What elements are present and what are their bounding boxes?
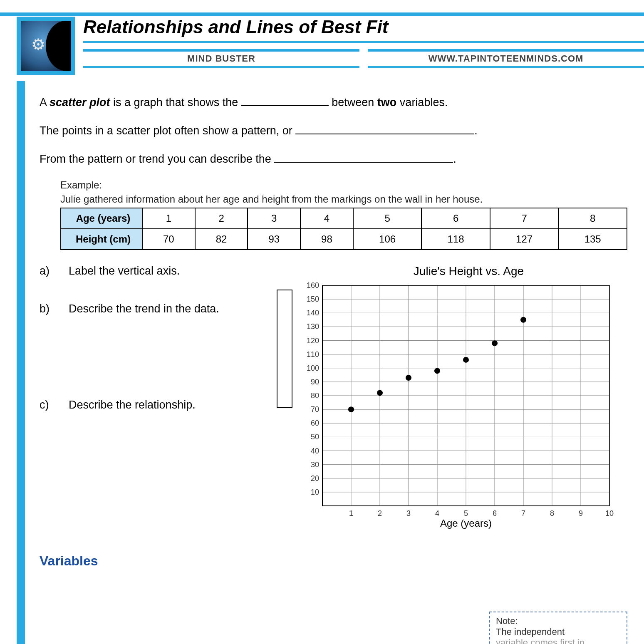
svg-text:5: 5 (464, 509, 468, 518)
svg-text:120: 120 (307, 337, 319, 345)
svg-point-60 (463, 357, 469, 363)
scatter-plot-term: scatter plot (50, 96, 110, 109)
question-c: c) Describe the relationship. (40, 399, 272, 411)
intro-line-2: The points in a scatter plot often show … (40, 123, 627, 139)
question-letter: a) (40, 265, 69, 277)
svg-point-58 (406, 375, 411, 381)
fill-blank-2[interactable] (295, 134, 474, 134)
question-b: b) Describe the trend in the data. (40, 302, 272, 315)
svg-text:160: 160 (307, 281, 319, 290)
svg-text:Age (years): Age (years) (440, 518, 492, 529)
question-text: Describe the relationship. (69, 399, 196, 411)
question-text: Describe the trend in the data. (69, 302, 219, 315)
svg-point-57 (377, 390, 383, 396)
content-area: A scatter plot is a graph that shows the… (40, 87, 627, 569)
cell: 70 (142, 229, 195, 250)
text: variables. (396, 96, 448, 109)
intro-line-1: A scatter plot is a graph that shows the… (40, 95, 627, 111)
svg-text:1: 1 (349, 509, 353, 518)
cell: 8 (558, 208, 627, 229)
cell: 1 (142, 208, 195, 229)
svg-text:8: 8 (550, 509, 554, 518)
table-row: Age (years) 1 2 3 4 5 6 7 8 (61, 208, 627, 229)
svg-text:140: 140 (307, 309, 319, 317)
example-description: Julie gathered information about her age… (60, 193, 627, 205)
cell: 106 (353, 229, 422, 250)
vertical-axis-label-box[interactable] (277, 290, 292, 408)
question-a: a) Label the vertical axis. (40, 265, 272, 277)
cell: 7 (490, 208, 559, 229)
text: . (453, 153, 456, 165)
svg-text:20: 20 (311, 474, 319, 483)
intro-line-3: From the pattern or trend you can descri… (40, 151, 627, 167)
question-letter: b) (40, 302, 69, 315)
svg-text:40: 40 (311, 447, 319, 455)
cell: 4 (300, 208, 353, 229)
lower-section: a) Label the vertical axis. b) Describe … (40, 265, 627, 533)
svg-point-61 (492, 341, 498, 347)
svg-text:150: 150 (307, 295, 319, 304)
svg-text:70: 70 (311, 406, 319, 414)
svg-text:2: 2 (378, 509, 382, 518)
svg-text:130: 130 (307, 323, 319, 331)
cell: 127 (490, 229, 559, 250)
cell: 6 (421, 208, 490, 229)
svg-text:6: 6 (493, 509, 497, 518)
text: between (329, 96, 377, 109)
svg-text:90: 90 (311, 378, 319, 386)
text: is a graph that shows the (110, 96, 241, 109)
variables-heading: Variables (40, 553, 627, 569)
chart-zone: Julie's Height vs. Age 12345678910102030… (277, 265, 627, 533)
note-title: Note: (496, 616, 621, 627)
logo-image: ⚙ (21, 21, 71, 71)
svg-text:60: 60 (311, 419, 319, 428)
gear-icon: ⚙ (31, 35, 45, 54)
chart-title: Julie's Height vs. Age (310, 265, 627, 278)
svg-text:50: 50 (311, 433, 319, 441)
text: From the pattern or trend you can descri… (40, 153, 274, 165)
cell: 98 (300, 229, 353, 250)
text: . (474, 124, 478, 137)
questions-column: a) Label the vertical axis. b) Describe … (40, 265, 272, 533)
fill-blank-3[interactable] (274, 162, 453, 163)
svg-text:4: 4 (435, 509, 439, 518)
cell: 5 (353, 208, 422, 229)
svg-text:80: 80 (311, 391, 319, 400)
svg-text:30: 30 (311, 461, 319, 469)
svg-point-59 (434, 368, 440, 374)
svg-text:9: 9 (579, 509, 583, 518)
two-term: two (377, 96, 397, 109)
row-header-age: Age (years) (61, 208, 142, 229)
cell: 3 (248, 208, 300, 229)
svg-text:10: 10 (311, 488, 319, 496)
example-block: Example: Julie gathered information abou… (60, 179, 627, 250)
cell: 93 (248, 229, 300, 250)
sub-header-left: MIND BUSTER (83, 49, 359, 68)
page-title: Relationships and Lines of Best Fit (83, 17, 644, 43)
svg-point-62 (520, 317, 526, 323)
svg-text:3: 3 (406, 509, 411, 518)
row-header-height: Height (cm) (61, 229, 142, 250)
question-letter: c) (40, 399, 69, 411)
svg-text:110: 110 (307, 350, 319, 359)
text: The points in a scatter plot often show … (40, 124, 295, 137)
text: A (40, 96, 50, 109)
cell: 82 (195, 229, 248, 250)
note-line-1: The independent (496, 627, 621, 637)
fill-blank-1[interactable] (241, 105, 329, 106)
question-text: Label the vertical axis. (69, 265, 180, 277)
svg-text:10: 10 (605, 509, 614, 518)
top-accent-bar (0, 12, 644, 16)
cell: 2 (195, 208, 248, 229)
left-accent-strip (17, 81, 25, 644)
sub-header-right: WWW.TAPINTOTEENMINDS.COM (368, 49, 644, 68)
sub-header-bar: MIND BUSTER WWW.TAPINTOTEENMINDS.COM (83, 49, 644, 68)
svg-text:100: 100 (307, 364, 319, 372)
note-box: Note: The independent variable comes fir… (489, 612, 627, 644)
scatter-plot: 1234567891010203040506070809010011012013… (293, 281, 618, 531)
note-line-2: variable comes first in (496, 637, 621, 644)
cell: 118 (421, 229, 490, 250)
cell: 135 (558, 229, 627, 250)
svg-text:7: 7 (521, 509, 525, 518)
table-row: Height (cm) 70 82 93 98 106 118 127 135 (61, 229, 627, 250)
